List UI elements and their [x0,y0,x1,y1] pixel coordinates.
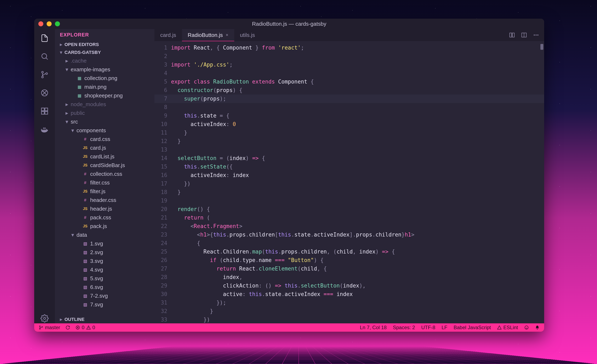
activity-bar [34,29,55,323]
chevron-down-icon: ▾ [65,119,69,125]
css-file-icon: # [82,137,88,142]
docker-icon[interactable] [39,124,49,134]
folder-item[interactable]: ▾example-images [55,65,154,74]
folder-item[interactable]: ▸public [55,109,154,117]
tree-item-label: shopkeeper.png [84,92,123,99]
folder-item[interactable]: ▾components [55,126,154,135]
open-editors-section[interactable]: ▸ OPEN EDITORS [55,41,154,48]
problems-status[interactable]: 0 0 [75,324,95,330]
project-section[interactable]: ▾ CARDS-GATSBY [55,48,154,56]
file-item[interactable]: #card.css [55,135,154,143]
editor-tab[interactable]: utils.js [234,29,261,41]
folder-item[interactable]: ▾src [55,117,154,126]
file-item[interactable]: ▧4.svg [55,265,154,274]
css-file-icon: # [82,215,88,220]
eslint-status[interactable]: ESLint [497,324,518,330]
file-item[interactable]: JScardSideBar.js [55,161,154,170]
status-bar: master 0 0 Ln 7, Col 18 Spaces: 2 UTF-8 … [34,323,544,332]
svg-point-16 [39,326,40,327]
language-mode-status[interactable]: Babel JavaScript [454,324,491,330]
debug-icon[interactable] [39,88,49,98]
image-file-icon: ▦ [77,84,82,89]
editor-tab[interactable]: card.js [154,29,182,41]
split-editor-icon[interactable] [521,32,527,38]
js-file-icon: JS [82,189,88,194]
file-item[interactable]: JSheader.js [55,204,154,213]
js-file-icon: JS [82,224,88,229]
file-item[interactable]: ▧1.svg [55,239,154,248]
notifications-icon[interactable] [535,325,540,330]
explorer-icon[interactable] [39,33,49,43]
file-item[interactable]: ▧6.svg [55,283,154,292]
file-item[interactable]: JSpack.js [55,222,154,230]
source-control-icon[interactable] [39,70,49,79]
file-item[interactable]: #filter.css [55,178,154,187]
js-file-icon: JS [82,163,88,167]
folder-item[interactable]: ▸.cache [55,56,154,65]
js-file-icon: JS [82,207,88,211]
tree-item-label: cardList.js [90,153,114,160]
tree-item-label: filter.js [90,188,105,195]
file-item[interactable]: #collection.css [55,170,154,178]
git-branch-status[interactable]: master [39,324,60,330]
vscode-window: RadioButton.js — cards-gatsby [34,19,544,332]
file-item[interactable]: JScard.js [55,143,154,152]
file-item[interactable]: ▦main.png [55,82,154,91]
more-actions-icon[interactable] [533,32,539,38]
minimap-scrollbar[interactable] [540,44,543,50]
code-content[interactable]: import React, { Component } from 'react'… [171,41,544,323]
extensions-icon[interactable] [39,106,49,116]
search-icon[interactable] [39,51,49,61]
file-item[interactable]: ▧5.svg [55,274,154,283]
tree-item-label: card.js [90,145,106,151]
file-item[interactable]: ▧3.svg [55,257,154,265]
encoding-status[interactable]: UTF-8 [421,324,435,330]
file-item[interactable]: ▧7-2.svg [55,292,154,300]
close-window-button[interactable] [38,21,43,26]
svg-point-14 [536,35,537,36]
chevron-right-icon: ▸ [59,317,63,322]
file-item[interactable]: ▦collection.png [55,74,154,82]
tree-item-label: pack.css [90,214,111,221]
svg-file-icon: ▧ [82,259,88,263]
tree-item-label: data [77,232,87,238]
folder-item[interactable]: ▸node_modules [55,100,154,109]
eol-status[interactable]: LF [441,324,447,330]
svg-rect-10 [510,33,512,37]
file-item[interactable]: ▧2.svg [55,248,154,257]
tab-label: RadioButton.js [188,32,223,38]
file-item[interactable]: #pack.css [55,213,154,222]
settings-gear-icon[interactable] [39,313,49,323]
file-item[interactable]: JSfilter.js [55,187,154,196]
file-item[interactable]: ▧7.svg [55,300,154,309]
tree-item-label: main.png [84,84,107,90]
tree-item-label: header.js [90,206,112,212]
tree-item-label: collection.png [84,75,117,81]
cursor-position-status[interactable]: Ln 7, Col 18 [360,324,387,330]
compare-changes-icon[interactable] [509,32,515,38]
editor-tab[interactable]: RadioButton.js× [182,29,234,41]
tree-item-label: pack.js [90,223,107,229]
file-item[interactable]: #header.css [55,196,154,204]
maximize-window-button[interactable] [55,21,60,26]
chevron-right-icon: ▸ [65,110,69,116]
file-item[interactable]: ▦shopkeeper.png [55,91,154,100]
tree-item-label: 7.svg [90,301,103,308]
svg-point-2 [42,76,43,78]
svg-rect-11 [512,33,514,37]
code-editor[interactable]: 1234567891011121314151617181920212223242… [154,41,544,323]
tree-item-label: 4.svg [90,267,103,273]
svg-point-9 [44,317,46,319]
tree-item-label: 6.svg [90,284,103,290]
sync-status[interactable] [65,325,70,330]
indentation-status[interactable]: Spaces: 2 [393,324,415,330]
close-tab-icon[interactable]: × [226,32,228,38]
feedback-icon[interactable] [524,325,529,330]
file-item[interactable]: JScardList.js [55,152,154,161]
svg-file-icon: ▧ [82,285,88,290]
tree-item-label: 7-2.svg [90,293,108,299]
minimize-window-button[interactable] [47,21,52,26]
outline-section[interactable]: ▸ OUTLINE [55,316,154,323]
titlebar: RadioButton.js — cards-gatsby [34,19,544,29]
folder-item[interactable]: ▾data [55,230,154,239]
